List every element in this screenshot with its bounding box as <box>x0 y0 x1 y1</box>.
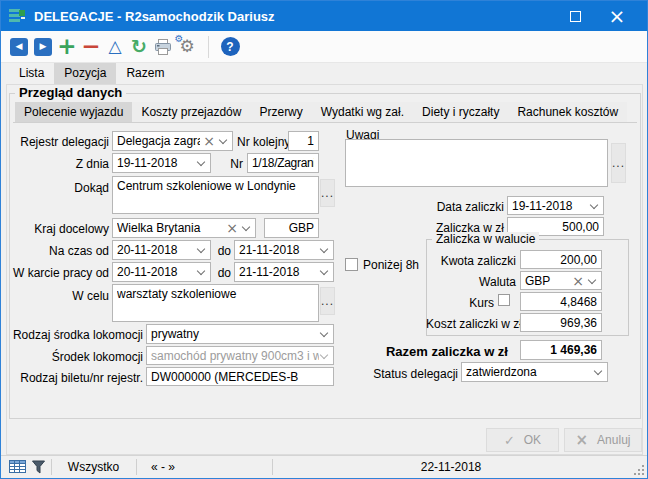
chevron-down-icon[interactable] <box>196 267 206 277</box>
waluta-combo[interactable]: GBP × <box>520 271 602 290</box>
detail-tab-divider <box>13 122 637 123</box>
kraj-waluta-field[interactable]: GBP <box>264 218 319 238</box>
rodzaj-biletu-input[interactable]: DW000000 (MERCEDES-B <box>146 367 334 386</box>
statusbar-separator <box>136 459 137 475</box>
delete-button[interactable]: − <box>81 35 101 59</box>
clear-icon[interactable]: × <box>572 274 584 288</box>
chevron-down-icon[interactable] <box>218 136 228 146</box>
kraj-docelowy-label: Kraj docelowy <box>5 219 109 239</box>
tab-koszty-przejazdow[interactable]: Koszty przejazdów <box>132 102 250 122</box>
filter-funnel-icon[interactable] <box>32 460 45 474</box>
rodzaj-srodka-label: Rodzaj środka lokomocji <box>5 325 143 345</box>
settings-button[interactable]: ⚙ ⚙ <box>177 35 197 59</box>
check-icon: ✓ <box>504 433 515 448</box>
tab-pozycja[interactable]: Pozycja <box>54 63 116 84</box>
maximize-button[interactable] <box>555 1 595 31</box>
kurs-checkbox[interactable] <box>498 294 510 306</box>
w-celu-more-button[interactable]: ... <box>320 287 335 315</box>
delegacje-window: DELEGACJE - R2samochodzik Dariusz × ◀ ▶ … <box>0 0 648 479</box>
print-button[interactable] <box>153 35 173 59</box>
chevron-down-icon[interactable] <box>196 158 206 168</box>
chevron-down-icon[interactable] <box>196 245 206 255</box>
rodzaj-srodka-combo[interactable]: prywatny <box>146 324 334 344</box>
srodek-lokomocji-combo[interactable]: samochód prywatny 900cm3 i więce <box>146 346 334 365</box>
toolbar: ◀ ▶ + − △ ↻ ⚙ ⚙ <box>1 31 647 63</box>
chevron-down-icon[interactable] <box>587 276 597 286</box>
statusbar-scope[interactable]: Wszystko <box>56 456 131 478</box>
rodzaj-biletu-label: Rodzaj biletu/nr rejestr. <box>5 368 143 388</box>
w-karcie-do-datepicker[interactable]: 21-11-2018 <box>234 262 334 282</box>
chevron-down-icon[interactable] <box>319 329 329 339</box>
nr-label: Nr <box>217 154 243 174</box>
ellipsis-icon: ... <box>321 294 334 308</box>
tab-polecenie-wyjazdu[interactable]: Polecenie wyjazdu <box>15 102 132 122</box>
uwagi-more-button[interactable]: ... <box>611 143 626 183</box>
status-delegacji-combo[interactable]: zatwierdzona <box>461 362 608 382</box>
close-button[interactable]: × <box>597 1 637 31</box>
chevron-down-icon[interactable] <box>589 201 599 211</box>
chevron-down-icon[interactable] <box>241 223 251 233</box>
kurs-input[interactable]: 4,8468 <box>520 292 602 311</box>
koszt-zaliczki-label: Koszt zaliczki w zł <box>426 314 516 334</box>
na-czas-od-datepicker[interactable]: 20-11-2018 <box>112 240 211 260</box>
ponizej-8h-label: Poniżej 8h <box>363 255 433 275</box>
kwota-zaliczki-input[interactable]: 200,00 <box>520 250 602 269</box>
w-celu-textarea[interactable]: warsztaty szkoleniowe <box>112 284 319 322</box>
nr-input[interactable]: 1/18/Zagranica <box>247 153 319 173</box>
table-view-icon[interactable] <box>9 460 26 473</box>
next-icon: ▶ <box>40 42 47 51</box>
ok-button[interactable]: ✓ OK <box>486 428 559 452</box>
na-czas-od-label: Na czas od <box>5 241 109 261</box>
rejestr-delegacji-combo[interactable]: Delegacja zagran × <box>112 131 233 151</box>
data-zaliczki-datepicker[interactable]: 19-11-2018 <box>507 196 604 215</box>
w-celu-label: W celu <box>5 286 109 306</box>
tab-wydatki-wg-zal[interactable]: Wydatki wg zał. <box>312 102 413 122</box>
main-tab-bar: Lista Pozycja Razem <box>9 63 174 84</box>
previous-record-button[interactable]: ◀ <box>9 35 29 59</box>
title-bar: DELEGACJE - R2samochodzik Dariusz × <box>1 1 647 31</box>
ponizej-8h-checkbox[interactable] <box>345 258 358 271</box>
gear-small-icon: ⚙ <box>174 34 183 44</box>
printer-icon <box>154 39 172 55</box>
refresh-button[interactable]: ↻ <box>129 35 149 59</box>
clear-icon[interactable]: × <box>226 221 238 235</box>
resize-grip[interactable] <box>633 464 644 475</box>
chevron-down-icon[interactable] <box>319 267 329 277</box>
clear-icon[interactable]: × <box>203 134 215 148</box>
statusbar-record-nav[interactable]: « - » <box>141 456 185 478</box>
previous-icon: ◀ <box>16 42 23 51</box>
tab-lista[interactable]: Lista <box>9 63 54 84</box>
dokad-textarea[interactable]: Centrum szkoleniowe w Londynie <box>112 176 319 214</box>
data-zaliczki-label: Data zaliczki <box>404 197 504 217</box>
chevron-down-icon[interactable] <box>319 245 329 255</box>
w-karcie-od-datepicker[interactable]: 20-11-2018 <box>112 262 211 282</box>
rejestr-delegacji-label: Rejestr delegacji <box>5 132 109 152</box>
koszt-zaliczki-input[interactable]: 969,36 <box>520 313 602 332</box>
tab-rachunek-kosztow[interactable]: Rachunek kosztów <box>508 102 627 122</box>
na-czas-do-datepicker[interactable]: 21-11-2018 <box>234 240 334 260</box>
z-dnia-datepicker[interactable]: 19-11-2018 <box>112 153 211 173</box>
tab-diety-i-ryczalty[interactable]: Diety i ryczałty <box>413 102 508 122</box>
tab-razem[interactable]: Razem <box>116 63 174 84</box>
app-icon <box>8 8 26 24</box>
help-icon: ? <box>226 40 233 54</box>
tab-przerwy[interactable]: Przerwy <box>250 102 311 122</box>
help-button[interactable]: ? <box>220 35 240 59</box>
chevron-down-icon[interactable] <box>593 367 603 377</box>
kraj-docelowy-combo[interactable]: Wielka Brytania × <box>112 218 256 238</box>
x-icon: × <box>576 431 589 449</box>
uwagi-textarea[interactable] <box>345 139 608 187</box>
nr-kolejny-label: Nr kolejny <box>237 132 285 152</box>
delta-button[interactable]: △ <box>105 35 125 59</box>
razem-zaliczka-field: 1 469,36 <box>520 340 602 360</box>
dokad-more-button[interactable]: ... <box>320 179 335 207</box>
detail-tab-bar: Polecenie wyjazdu Koszty przejazdów Prze… <box>15 102 627 122</box>
razem-zaliczka-label: Razem zaliczka w zł <box>341 342 508 362</box>
dokad-label: Dokąd <box>5 178 109 198</box>
add-button[interactable]: + <box>57 35 77 59</box>
cancel-button[interactable]: × Anuluj <box>564 428 642 452</box>
next-record-button[interactable]: ▶ <box>33 35 53 59</box>
plus-icon: + <box>57 35 76 58</box>
nr-kolejny-input[interactable]: 1 <box>288 131 319 151</box>
window-title: DELEGACJE - R2samochodzik Dariusz <box>34 9 275 24</box>
